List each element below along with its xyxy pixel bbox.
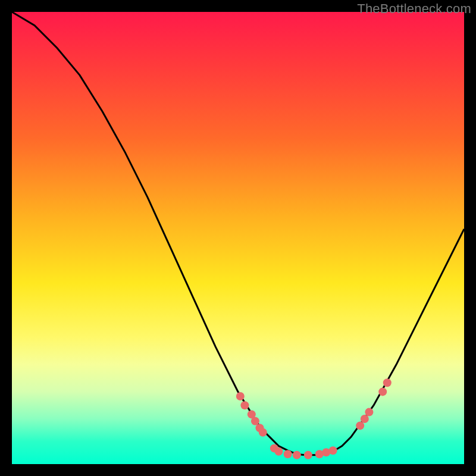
marker-layer [236,378,392,459]
data-marker [361,415,369,423]
chart-frame: TheBottleneck.com [0,0,476,476]
watermark-text: TheBottleneck.com [357,1,471,17]
data-marker [329,446,337,455]
data-marker [236,392,245,400]
data-marker [259,428,267,437]
data-marker [284,450,292,458]
data-marker [251,417,259,425]
data-marker [378,387,387,396]
bottleneck-curve [12,12,464,455]
data-marker [304,451,312,459]
data-marker [365,408,373,416]
data-marker [293,451,301,459]
data-marker [383,378,392,387]
plot-area [12,12,464,464]
data-marker [240,401,249,409]
data-marker [356,421,364,430]
curve-layer [12,12,464,464]
data-marker [274,447,283,456]
